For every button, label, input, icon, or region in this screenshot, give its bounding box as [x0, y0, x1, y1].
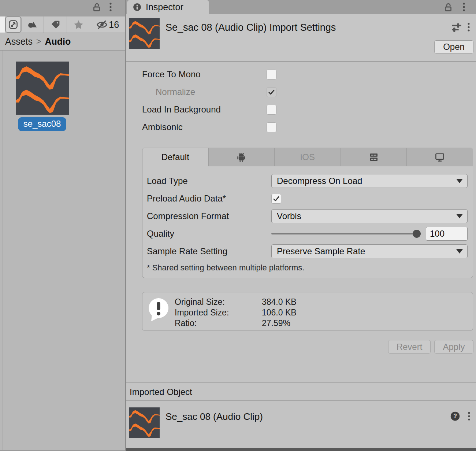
import-settings-header: Se_sac 08 (Audio Clip) Import Settings O… [126, 14, 476, 62]
tab-dedicated-server[interactable] [341, 148, 407, 166]
project-toolbar: 16 [0, 16, 125, 33]
revert-button[interactable]: Revert [388, 340, 431, 354]
sample-rate-label: Sample Rate Setting [147, 246, 271, 256]
asset-label-selected[interactable]: se_sac08 [18, 117, 66, 131]
normalize-checkbox [267, 87, 276, 97]
monitor-icon [434, 152, 445, 163]
help-icon[interactable] [450, 411, 460, 421]
audio-asset-thumbnail[interactable] [16, 62, 69, 115]
favorites-button[interactable] [67, 16, 90, 33]
preload-audio-data-row: Preload Audio Data* [147, 192, 468, 206]
normalize-label: Normalize [156, 87, 195, 97]
dropdown-caret-icon [456, 249, 463, 254]
platform-settings-group: Default iOS Load Type Decompress On Load… [142, 148, 473, 278]
original-size-label: Original Size: [175, 297, 262, 307]
imported-object-menu-icon[interactable] [465, 411, 473, 422]
audio-clip-icon [129, 18, 160, 49]
breadcrumb-current[interactable]: Audio [45, 36, 71, 47]
compression-format-label: Compression Format [147, 211, 271, 221]
imported-object-title: Se_sac 08 (Audio Clip) [166, 411, 263, 422]
scale-tool-button[interactable] [5, 16, 22, 33]
original-size-row: Original Size: 384.0 KB [175, 297, 297, 307]
project-panel-chrome [0, 0, 125, 16]
inspector-panel: Inspector Se_sac 08 (Audio Clip) Import … [126, 0, 476, 451]
quality-row: Quality [147, 227, 468, 241]
load-in-background-label: Load In Background [142, 104, 221, 115]
tab-default[interactable]: Default [142, 148, 209, 166]
asset-grid: se_sac08 [0, 51, 125, 451]
import-info-box: Original Size: 384.0 KB Imported Size: 1… [142, 292, 473, 331]
sample-rate-row: Sample Rate Setting Preserve Sample Rate [147, 244, 468, 258]
compression-format-row: Compression Format Vorbis [147, 209, 468, 223]
imported-audio-clip-icon [129, 407, 160, 438]
apply-button[interactable]: Apply [434, 340, 473, 354]
ratio-value: 27.59% [262, 318, 290, 328]
imported-size-label: Imported Size: [175, 307, 262, 318]
ambisonic-label: Ambisonic [142, 122, 183, 132]
load-type-dropdown[interactable]: Decompress On Load [271, 174, 468, 188]
ratio-label: Ratio: [175, 318, 262, 328]
compression-format-value: Vorbis [277, 211, 301, 221]
column-slider-partial[interactable] [0, 16, 5, 33]
server-icon [368, 152, 379, 163]
quality-value-input[interactable] [426, 227, 468, 241]
hidden-count: 16 [109, 19, 119, 30]
open-button[interactable]: Open [434, 40, 473, 53]
sample-rate-value: Preserve Sample Rate [277, 246, 365, 256]
slider-track [271, 233, 416, 234]
section-bottom-divider [126, 448, 476, 451]
inspector-menu-icon[interactable] [460, 1, 468, 12]
import-settings-title: Se_sac 08 (Audio Clip) Import Settings [166, 22, 336, 33]
filter-by-type-button[interactable] [22, 16, 44, 33]
load-type-label: Load Type [147, 176, 271, 186]
inspector-tab-label: Inspector [146, 2, 183, 12]
tab-ios[interactable]: iOS [275, 148, 341, 166]
imported-object-header: Imported Object [126, 382, 476, 401]
info-icon [133, 3, 142, 12]
load-type-row: Load Type Decompress On Load [147, 174, 468, 188]
platform-tabs: Default iOS [142, 148, 473, 166]
breadcrumb: Assets > Audio [0, 33, 125, 51]
tab-android[interactable] [209, 148, 275, 166]
ambisonic-checkbox[interactable] [267, 122, 276, 132]
breadcrumb-separator: > [36, 37, 41, 47]
quality-label: Quality [147, 229, 271, 239]
tab-standalone[interactable] [407, 148, 473, 166]
eye-off-icon [96, 19, 108, 31]
alert-bubble-icon [148, 298, 170, 323]
imported-size-row: Imported Size: 106.0 KB [175, 307, 297, 318]
breadcrumb-root[interactable]: Assets [5, 36, 33, 47]
header-menu-icon[interactable] [465, 22, 472, 33]
quality-slider[interactable] [271, 230, 421, 238]
imported-size-value: 106.0 KB [262, 307, 297, 318]
preload-audio-data-label: Preload Audio Data* [147, 193, 271, 204]
slider-knob[interactable] [413, 230, 421, 238]
tab-inspector[interactable]: Inspector [127, 0, 209, 14]
presets-icon[interactable] [450, 21, 463, 33]
waveform-icon [16, 62, 69, 115]
inspector-tabbar: Inspector [126, 0, 476, 14]
dropdown-caret-icon [456, 214, 463, 218]
shared-setting-note: * Shared setting between multiple platfo… [147, 263, 304, 273]
panel-menu-icon[interactable] [107, 1, 114, 12]
filter-by-label-button[interactable] [44, 16, 67, 33]
dropdown-caret-icon [456, 179, 463, 183]
lock-icon[interactable] [92, 2, 102, 12]
project-panel: 16 Assets > Audio se_sac08 [0, 0, 125, 451]
force-to-mono-checkbox[interactable] [267, 70, 276, 80]
android-icon [236, 152, 247, 163]
sample-rate-dropdown[interactable]: Preserve Sample Rate [271, 244, 468, 258]
inspector-lock-icon[interactable] [443, 2, 453, 12]
ratio-row: Ratio: 27.59% [175, 318, 297, 328]
preload-audio-data-checkbox[interactable] [271, 194, 281, 204]
force-to-mono-label: Force To Mono [142, 69, 201, 80]
load-type-value: Decompress On Load [277, 176, 362, 186]
load-in-background-checkbox[interactable] [267, 105, 276, 115]
original-size-value: 384.0 KB [262, 297, 297, 307]
hidden-count-button[interactable]: 16 [90, 16, 125, 33]
compression-format-dropdown[interactable]: Vorbis [271, 209, 468, 223]
